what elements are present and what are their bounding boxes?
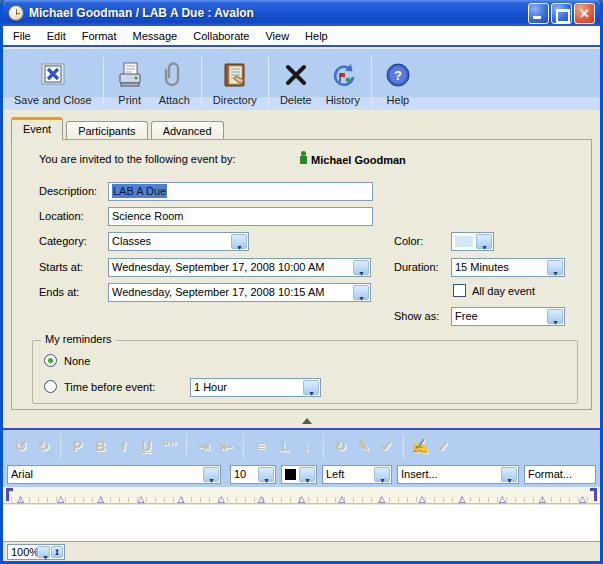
save-and-close-button[interactable]: Save and Close bbox=[7, 52, 99, 108]
font-size-select[interactable]: 10 bbox=[230, 465, 276, 484]
insert-select[interactable]: Insert... bbox=[397, 465, 519, 484]
show-as-label: Show as: bbox=[394, 310, 439, 322]
tab-participants[interactable]: Participants bbox=[66, 121, 147, 140]
directory-button[interactable]: Directory bbox=[206, 52, 264, 108]
format-toolbar-separator bbox=[60, 434, 61, 458]
tab-stop-icon[interactable]: ⊥ bbox=[272, 438, 295, 454]
description-input[interactable]: LAB A Due bbox=[108, 182, 373, 201]
format-toolbar-separator bbox=[186, 434, 187, 458]
minimize-button[interactable] bbox=[528, 3, 549, 24]
tab-advanced[interactable]: Advanced bbox=[151, 121, 224, 140]
italic-icon[interactable]: I bbox=[112, 438, 135, 454]
toolbar-button-label: Help bbox=[387, 94, 410, 106]
invited-by-label: You are invited to the following event b… bbox=[39, 153, 236, 165]
tab-stop-marker[interactable] bbox=[218, 488, 225, 506]
reminder-time-radio[interactable] bbox=[44, 380, 57, 393]
print-button[interactable]: Print bbox=[108, 52, 152, 108]
toolbar-separator bbox=[201, 55, 202, 105]
delete-button[interactable]: Delete bbox=[273, 52, 319, 108]
tab-stop-marker[interactable] bbox=[258, 488, 265, 506]
zoom-spinner[interactable] bbox=[51, 546, 63, 558]
message-body[interactable] bbox=[3, 505, 600, 541]
all-day-checkbox[interactable] bbox=[453, 284, 466, 297]
redo-icon[interactable]: ↻ bbox=[32, 438, 55, 454]
menu-help[interactable]: Help bbox=[297, 27, 336, 45]
color-select[interactable] bbox=[451, 232, 494, 251]
tab-stop-marker[interactable] bbox=[378, 488, 385, 506]
alignment-select[interactable]: Left bbox=[322, 465, 392, 484]
organizer[interactable]: Michael Goodman bbox=[299, 151, 406, 166]
tab-event[interactable]: Event bbox=[11, 117, 63, 140]
left-margin-marker[interactable] bbox=[6, 488, 13, 501]
font-color-swatch bbox=[285, 469, 296, 480]
person-icon bbox=[299, 151, 308, 164]
menu-collaborate[interactable]: Collaborate bbox=[185, 27, 257, 45]
tab-stop-marker[interactable] bbox=[137, 488, 144, 506]
zoom-level: 100% bbox=[11, 546, 39, 558]
svg-text:?: ? bbox=[394, 68, 402, 83]
location-input[interactable]: Science Room bbox=[108, 207, 373, 226]
category-select[interactable]: Classes bbox=[108, 232, 249, 251]
chevron-down-icon bbox=[231, 234, 247, 249]
titlebar: Michael Goodman / LAB A Due : Avalon bbox=[3, 0, 600, 26]
tab-stop-marker[interactable] bbox=[17, 488, 24, 506]
list-icon[interactable]: ≡ bbox=[249, 438, 272, 454]
attach-button[interactable]: Attach bbox=[152, 52, 197, 108]
check-icon[interactable]: ✔ bbox=[375, 438, 398, 454]
tab-stop-marker[interactable] bbox=[178, 488, 185, 506]
reminder-time-select[interactable]: 1 Hour bbox=[190, 378, 321, 397]
help-button[interactable]: ? Help bbox=[376, 52, 420, 108]
tab-stop-marker[interactable] bbox=[539, 488, 546, 506]
spellcheck-icon[interactable]: ✓ bbox=[432, 438, 455, 454]
save-close-icon bbox=[38, 58, 68, 92]
tab-stop-marker[interactable] bbox=[418, 488, 425, 506]
rotate-icon[interactable]: ↻ bbox=[329, 438, 352, 454]
history-button[interactable]: History bbox=[319, 52, 367, 108]
tab-stop-marker[interactable] bbox=[298, 488, 305, 506]
chevron-down-icon bbox=[374, 467, 390, 482]
move-down-icon[interactable]: ↓ bbox=[295, 438, 318, 454]
show-as-select[interactable]: Free bbox=[451, 307, 565, 326]
format-menu-button[interactable]: Format... bbox=[524, 465, 596, 484]
tab-stop-marker[interactable] bbox=[459, 488, 466, 506]
font-family-select[interactable]: Arial bbox=[7, 465, 221, 484]
tab-stop-marker[interactable] bbox=[499, 488, 506, 506]
font-family-value: Arial bbox=[11, 468, 33, 480]
zoom-control[interactable]: 100% bbox=[7, 544, 65, 560]
bold-icon[interactable]: B bbox=[89, 438, 112, 454]
pen-icon[interactable]: ✎ bbox=[352, 438, 375, 454]
status-bar: 100% bbox=[3, 541, 600, 561]
paragraph-icon[interactable]: P bbox=[66, 438, 89, 454]
reminder-none-radio[interactable] bbox=[44, 354, 57, 367]
menu-file[interactable]: File bbox=[5, 27, 39, 45]
close-button[interactable] bbox=[574, 3, 595, 24]
color-swatch bbox=[455, 236, 473, 247]
menu-message[interactable]: Message bbox=[125, 27, 186, 45]
workspace: Event Participants Advanced You are invi… bbox=[3, 110, 600, 428]
starts-at-label: Starts at: bbox=[39, 261, 83, 273]
menu-view[interactable]: View bbox=[257, 27, 297, 45]
starts-at-select[interactable]: Wednesday, September 17, 2008 10:00 AM bbox=[108, 258, 371, 277]
maximize-button[interactable] bbox=[551, 3, 572, 24]
event-tab-panel: You are invited to the following event b… bbox=[11, 139, 592, 410]
tab-stop-marker[interactable] bbox=[57, 488, 64, 506]
splitter[interactable] bbox=[3, 412, 600, 428]
menu-format[interactable]: Format bbox=[74, 27, 125, 45]
right-margin-marker[interactable] bbox=[590, 488, 597, 501]
duration-select[interactable]: 15 Minutes bbox=[451, 258, 565, 277]
tab-stop-marker[interactable] bbox=[579, 488, 586, 506]
undo-icon[interactable]: ↺ bbox=[9, 438, 32, 454]
quote-icon[interactable]: “” bbox=[158, 438, 181, 454]
underline-icon[interactable]: U bbox=[135, 438, 158, 454]
signature-icon[interactable]: ✍ bbox=[409, 438, 432, 454]
ends-at-select[interactable]: Wednesday, September 17, 2008 10:15 AM bbox=[108, 283, 371, 302]
location-label: Location: bbox=[39, 210, 84, 222]
menu-edit[interactable]: Edit bbox=[39, 27, 74, 45]
font-color-select[interactable] bbox=[281, 465, 317, 484]
description-value: LAB A Due bbox=[112, 184, 167, 198]
indent-decrease-icon[interactable]: ⇤ bbox=[215, 438, 238, 454]
tab-stop-marker[interactable] bbox=[338, 488, 345, 506]
tab-stop-marker[interactable] bbox=[97, 488, 104, 506]
indent-increase-icon[interactable]: ⇥ bbox=[192, 438, 215, 454]
ruler[interactable] bbox=[3, 487, 600, 504]
